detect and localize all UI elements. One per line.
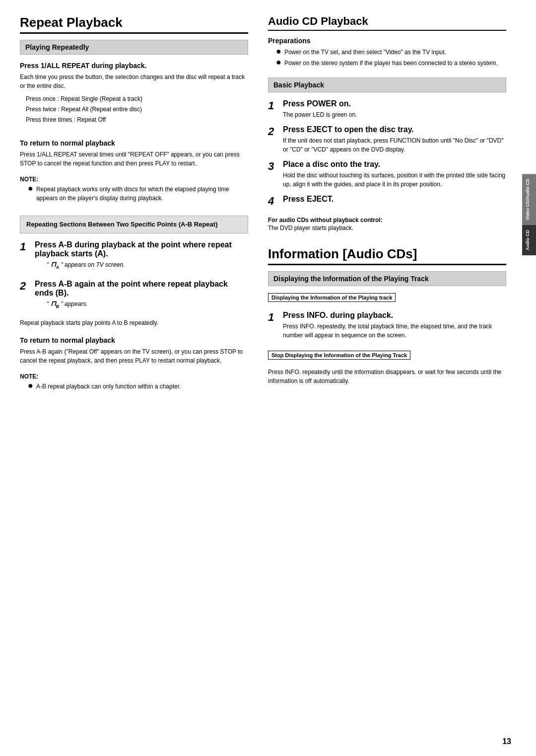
step1-ab: 1 Press A-B during playback at the point… — [20, 240, 248, 274]
right-step3-content: Place a disc onto the tray. Hold the dis… — [283, 160, 506, 189]
press-once: Press once : Repeat Single (Repeat a tra… — [26, 94, 248, 104]
right-step3-body: Hold the disc without touching its surfa… — [283, 171, 506, 189]
info-title: Information [Audio CDs] — [268, 246, 506, 265]
right-step4: 4 Press EJECT. — [268, 195, 506, 207]
note-bullet-item: ● Repeat playback works only with discs … — [28, 185, 248, 203]
right-step2-number: 2 — [268, 126, 279, 154]
bullet-dot-4: ● — [276, 58, 281, 68]
right-step1-body: The power LED is green on. — [283, 110, 506, 119]
info-step1: 1 Press INFO. during playback. Press INF… — [268, 311, 506, 340]
step2-ab-title: Press A-B again at the point where repea… — [35, 280, 248, 298]
step2-content: Press A-B again at the point where repea… — [35, 280, 248, 313]
step2-ab: 2 Press A-B again at the point where rep… — [20, 280, 248, 313]
return-normal-body: Press 1/ALL REPEAT several times until "… — [20, 150, 248, 168]
main-title: Repeat Playback — [20, 15, 248, 34]
prep-bullet1-text: Power on the TV set, and then select "Vi… — [284, 48, 446, 57]
info-step1-number: 1 — [268, 312, 279, 340]
playing-repeatedly-box: Playing Repeatedly — [20, 40, 248, 55]
right-step4-number: 4 — [268, 196, 279, 207]
step2-number: 2 — [20, 281, 31, 313]
right-step1-content: Press POWER on. The power LED is green o… — [283, 99, 506, 119]
side-tab-video-cd: Video CD/Audio CD — [522, 174, 536, 225]
for-audio-label: For audio CDs without playback control: — [268, 217, 506, 224]
right-step3-number: 3 — [268, 161, 279, 189]
basic-playback-box: Basic Playback — [268, 77, 506, 92]
repeating-box: Repeating Sections Between Two Specific … — [20, 216, 248, 233]
right-step1-number: 1 — [268, 100, 279, 119]
preparations-heading: Preparations — [268, 37, 506, 45]
note-label: NOTE: — [20, 176, 248, 183]
note2-label: NOTE: — [20, 373, 248, 380]
right-step4-title: Press EJECT. — [283, 195, 506, 204]
right-step2-content: Press EJECT to open the disc tray. If th… — [283, 125, 506, 154]
right-step2: 2 Press EJECT to open the disc tray. If … — [268, 125, 506, 154]
note2-bullet-item: ● A-B repeat playback can only function … — [28, 382, 248, 391]
step1-ab-title: Press A-B during playback at the point w… — [35, 240, 248, 258]
bullet-dot-1: ● — [28, 184, 33, 203]
right-step3: 3 Place a disc onto the tray. Hold the d… — [268, 160, 506, 189]
note-bullet-text: Repeat playback works only with discs fo… — [36, 185, 248, 203]
press1-body: Each time you press the button, the sele… — [20, 73, 248, 90]
press-three: Press three times : Repeat Off — [26, 115, 248, 125]
stop-displaying-box: Stop Displaying the Information of the P… — [268, 351, 410, 360]
for-audio-body: The DVD player starts playback. — [268, 225, 506, 231]
repeat-ab-note: Repeat playback starts play points A to … — [20, 318, 248, 327]
left-column: Repeat Playback Playing Repeatedly Press… — [20, 15, 263, 736]
step1-number: 1 — [20, 241, 31, 274]
right-step1-title: Press POWER on. — [283, 99, 506, 108]
prep-bullet2-text: Power on the stereo system if the player… — [284, 59, 498, 68]
prep-bullet1: ● Power on the TV set, and then select "… — [276, 48, 506, 57]
bullet-dot-2: ● — [28, 381, 33, 391]
info-step1-body: Press INFO. repeatedly, the total playba… — [283, 322, 506, 340]
audio-title: Audio CD Playback — [268, 15, 506, 31]
right-step1: 1 Press POWER on. The power LED is green… — [268, 99, 506, 119]
stop-body: Press INFO. repeatedly until the informa… — [268, 368, 506, 385]
return-normal2-heading: To return to normal playback — [20, 336, 248, 344]
press-twice: Press twice : Repeat All (Repeat entire … — [26, 105, 248, 114]
info-step1-title: Press INFO. during playback. — [283, 311, 506, 320]
right-step3-title: Place a disc onto the tray. — [283, 160, 506, 169]
step1-italic: " ⊓A " appears on TV screen. — [47, 260, 248, 270]
press1-heading: Press 1/ALL REPEAT during playback. — [20, 62, 248, 70]
return-normal-heading: To return to normal playback — [20, 139, 248, 147]
right-step2-title: Press EJECT to open the disc tray. — [283, 125, 506, 134]
info-step1-content: Press INFO. during playback. Press INFO.… — [283, 311, 506, 340]
step1-content: Press A-B during playback at the point w… — [35, 240, 248, 274]
right-step2-body: If the unit does not start playback, pre… — [283, 136, 506, 154]
side-tab-audio-cd: Audio CD — [522, 225, 536, 255]
right-column: Audio CD Playback Preparations ● Power o… — [263, 15, 506, 736]
displaying-box: Displaying the Information of the Playin… — [268, 271, 506, 286]
return-normal2-body: Press A-B again ("Repeat Off" appears on… — [20, 347, 248, 365]
bullet-dot-3: ● — [276, 47, 281, 57]
page-number: 13 — [502, 737, 511, 746]
right-step4-content: Press EJECT. — [283, 195, 506, 207]
displaying-inline-box: Displaying the Information of the Playin… — [268, 293, 396, 302]
prep-bullet2: ● Power on the stereo system if the play… — [276, 59, 506, 68]
note2-bullet-text: A-B repeat playback can only function wi… — [36, 382, 181, 391]
step2-italic: " ⊓B " appears. — [47, 300, 248, 309]
